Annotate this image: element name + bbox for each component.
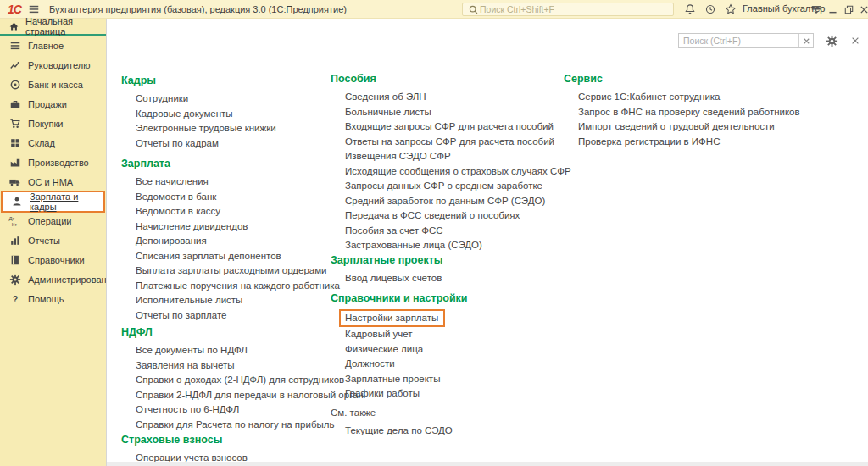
person-icon [10,196,23,208]
menu-link[interactable]: Входящие запросы СФР для расчета пособий [331,119,561,135]
menu-link[interactable]: Исходящие сообщения о страховых случаях … [331,164,561,180]
restore-icon[interactable] [842,3,855,16]
column-posobiya: ПособияСведения об ЭЛНБольничные листыВх… [331,0,561,447]
section: ЗарплатаВсе начисленияВедомости в банкВе… [121,158,329,323]
menu-link[interactable]: Пособия за счет ФСС [331,224,561,239]
section-title: Зарплатные проекты [331,254,561,266]
sidebar-item[interactable]: Администрирование [0,269,106,289]
minimize-icon[interactable] [826,3,839,16]
sidebar-item-label: Склад [28,138,55,148]
menu-link[interactable]: Справки для Расчета по налогу на прибыль [121,418,329,433]
menu-link[interactable]: Депонирования [121,234,329,249]
menu-icon [8,39,21,52]
menu-link[interactable]: Больничные листы [331,105,561,120]
menu-link[interactable]: Электронные трудовые книжки [121,121,329,136]
menu-link[interactable]: Передача в ФСС сведений о пособиях [331,208,561,224]
page-close-icon[interactable] [848,33,863,48]
help-icon: ? [8,292,21,305]
menu-link[interactable]: Кадровый учет [331,327,561,342]
sidebar-item[interactable]: Главное [0,36,106,55]
menu-link[interactable]: Настройки зарплаты [331,309,561,327]
sidebar-item[interactable]: Покупки [0,114,106,133]
menu-link[interactable]: Ответы на запросы СФР для расчета пособи… [331,135,561,150]
sidebar-item[interactable]: Склад [0,133,106,153]
sidebar-item-label: Справочники [28,255,85,265]
sidebar-item[interactable]: Справочники [0,250,106,269]
close-icon[interactable] [857,3,868,16]
menu-link[interactable]: Средний заработок по данным СФР (СЭДО) [331,194,561,209]
menu-link[interactable]: Кадровые документы [121,107,329,122]
menu-link[interactable]: Зарплатные проекты [331,372,561,387]
sidebar-item[interactable]: Зарплата и кадры [1,191,105,213]
sidebar-item[interactable]: Отчеты [0,230,106,250]
sidebar-item-label: Главное [28,41,64,51]
section-title: См. также [331,407,561,419]
section: ПособияСведения об ЭЛНБольничные листыВх… [331,73,561,253]
menu-link[interactable]: Импорт сведений о трудовой деятельности [564,119,826,135]
menu-link[interactable]: Отчеты по кадрам [121,136,329,152]
menu-link[interactable]: Отчеты по зарплате [121,308,329,324]
section: См. такжеТекущие дела по СЭДО [331,407,561,439]
menu-link[interactable]: Застрахованные лица (СЭДО) [331,238,561,253]
menu-link[interactable]: Сведения об ЭЛН [331,90,561,105]
column-servis: СервисСервис 1С:Кабинет сотрудникаЗапрос… [564,0,826,447]
main-menu-icon[interactable] [27,3,41,16]
menu-link[interactable]: Выплата зарплаты расходными ордерами [121,264,329,279]
sidebar-item-label: Продажи [28,99,67,109]
home-icon [7,19,20,33]
sidebar-item-label: Администрирование [28,275,117,285]
menu-link[interactable]: Заявления на вычеты [121,358,329,374]
sidebar-item-label: ОС и НМА [28,177,73,187]
sidebar-item[interactable]: Производство [0,153,106,172]
sidebar-item[interactable]: ОС и НМА [0,172,106,191]
sidebar-item[interactable]: ?Помощь [0,289,106,308]
section: Страховые взносыОперации учета взносов [121,434,329,466]
truck-icon [8,175,21,188]
menu-link[interactable]: Все начисления [121,175,329,190]
menu-link[interactable]: Должности [331,357,561,372]
menu-link[interactable]: Справки 2-НДФЛ для передачи в налоговый … [121,388,329,403]
svg-text:Дт: Дт [8,216,14,221]
menu-link[interactable]: Начисление дивидендов [121,219,329,235]
menu-link[interactable]: Сотрудники [121,92,329,107]
menu-link[interactable]: Ведомости в банк [121,190,329,205]
app-window: 1С Бухгалтерия предприятия (базовая), ре… [0,0,868,466]
menu-link[interactable]: Проверка регистрации в ИФНС [564,135,826,150]
menu-link[interactable]: Справки о доходах (2-НДФЛ) для сотрудник… [121,373,329,388]
sidebar-item-label: Зарплата и кадры [30,191,103,212]
section-title: Пособия [331,73,561,85]
menu-link[interactable]: Сервис 1С:Кабинет сотрудника [564,90,826,105]
cart-icon [8,117,21,130]
gear-icon [8,273,21,286]
tab-home[interactable]: Начальная страница [0,19,106,36]
factory-icon [8,156,21,169]
menu-link[interactable]: Все документы по НДФЛ [121,343,329,358]
sidebar-item-label: Помощь [28,294,64,304]
menu-link[interactable]: Запросы данных СФР о среднем заработке [331,179,561,194]
menu-link[interactable]: Платежные поручения на каждого работника [121,279,329,294]
sidebar-item[interactable]: Продажи [0,94,106,114]
section-title: Страховые взносы [121,434,329,446]
sidebar-item[interactable]: ДтКтОперации [0,211,106,230]
section: НДФЛВсе документы по НДФЛЗаявления на вы… [121,326,329,432]
menu-link[interactable]: Текущие дела по СЭДО [331,424,561,439]
warehouse-icon [8,136,21,149]
section: КадрыСотрудникиКадровые документыЭлектро… [121,75,329,151]
sidebar-item-label: Операции [28,216,71,226]
report-icon [8,234,21,247]
sidebar-item-label: Производство [28,158,89,168]
menu-link[interactable]: Списания зарплаты депонентов [121,249,329,264]
menu-link[interactable]: Физические лица [331,342,561,358]
menu-link[interactable]: Отчетность по 6-НДФЛ [121,402,329,418]
menu-link[interactable]: Графики работы [331,386,561,402]
sidebar-item[interactable]: Банк и касса [0,75,106,94]
menu-link[interactable]: Ведомости в кассу [121,204,329,219]
menu-link[interactable]: Исполнительные листы [121,293,329,308]
bank-icon [8,78,21,91]
menu-link[interactable]: Ввод лицевых счетов [331,271,561,286]
section: СервисСервис 1С:Кабинет сотрудникаЗапрос… [564,73,826,149]
sidebar-item[interactable]: Руководителю [0,55,106,75]
menu-link[interactable]: Извещения СЭДО СФР [331,149,561,164]
menu-link[interactable]: Запрос в ФНС на проверку сведений работн… [564,105,826,120]
highlighted-menu-link[interactable]: Настройки зарплаты [339,309,445,327]
